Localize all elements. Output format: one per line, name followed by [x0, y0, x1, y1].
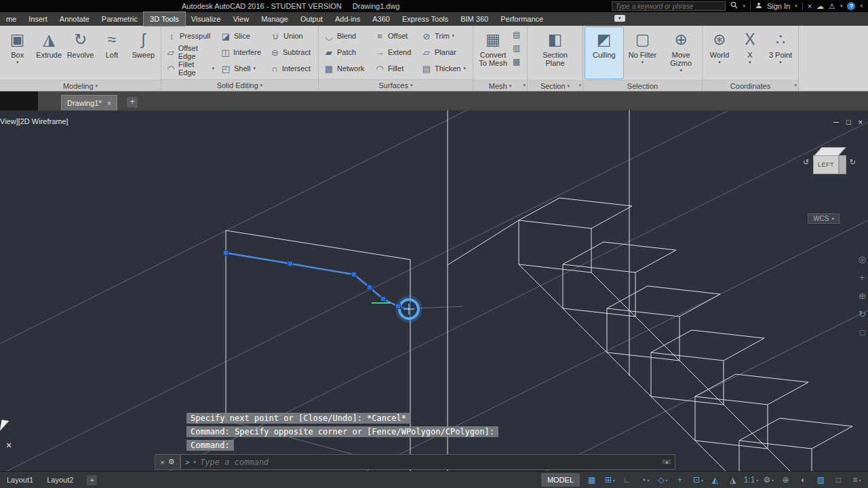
- model-space-button[interactable]: MODEL: [541, 473, 580, 487]
- drawing-canvas[interactable]: View][2D Wireframe] ─ □ × ↺ ↻ LEFT WCS ▾…: [0, 110, 868, 471]
- zoom-icon[interactable]: ⊕: [859, 291, 866, 301]
- snap-mode-icon[interactable]: ⊞ ▾: [601, 473, 618, 487]
- tab-bim-360[interactable]: BIM 360: [454, 12, 494, 26]
- keyword-search-input[interactable]: [612, 1, 726, 11]
- object-snap-icon[interactable]: ⊡ ▾: [690, 473, 707, 487]
- culling-button[interactable]: ◩ Culling: [585, 27, 623, 79]
- workspace-icon[interactable]: ⚙ ▾: [760, 473, 777, 487]
- command-customize-icon[interactable]: ⚙: [168, 458, 175, 466]
- panel-launcher-icon[interactable]: ▾: [578, 83, 581, 88]
- show-motion-icon[interactable]: □: [859, 327, 866, 338]
- annotation-visibility-icon[interactable]: ◭: [707, 473, 724, 487]
- tab-annotate[interactable]: Annotate: [54, 12, 96, 26]
- intersect-button[interactable]: ∩ Intersect: [267, 61, 316, 76]
- subtract-button[interactable]: ⊖ Subtract: [267, 45, 316, 60]
- ucs-3point-button[interactable]: ∴ 3 Point ▾: [766, 27, 795, 79]
- annotation-monitor-icon[interactable]: ⊕: [778, 473, 795, 487]
- orbit-icon[interactable]: ↻: [859, 309, 866, 319]
- viewcube-front-face[interactable]: LEFT: [813, 155, 839, 174]
- tab-visualize[interactable]: Visualize: [185, 12, 227, 26]
- ucs-x-button[interactable]: X X ▾: [735, 27, 765, 79]
- customization-icon[interactable]: ≡ ▾: [848, 473, 865, 487]
- isolate-objects-icon[interactable]: ◐: [795, 473, 812, 487]
- union-button[interactable]: ∪ Union: [267, 28, 316, 43]
- search-icon[interactable]: [730, 1, 738, 11]
- file-tab-close-icon[interactable]: ×: [107, 99, 111, 107]
- panel-label-mesh[interactable]: Mesh ▾ ▾: [473, 80, 527, 91]
- viewcube-rotate-right-icon[interactable]: ↻: [850, 158, 856, 167]
- offset-button[interactable]: ≡ Offset: [372, 28, 418, 43]
- help-dropdown-icon[interactable]: ▾: [860, 3, 863, 9]
- help-icon[interactable]: ?: [847, 2, 855, 10]
- command-close-icon[interactable]: ×: [160, 458, 164, 466]
- network-button[interactable]: ▦ Network: [321, 61, 371, 76]
- convert-to-mesh-button[interactable]: ▦ Convert To Mesh: [475, 27, 511, 79]
- file-tab-drawing1[interactable]: Drawing1* ×: [61, 95, 117, 110]
- shell-button[interactable]: ◰ Shell ▾: [218, 61, 267, 76]
- sign-in-button[interactable]: Sign In: [767, 2, 790, 10]
- section-plane-button[interactable]: ◧ Section Plane: [536, 27, 574, 79]
- move-gizmo-button[interactable]: ⊕ Move Gizmo ▾: [662, 27, 700, 79]
- autoscale-icon[interactable]: ◮: [725, 473, 742, 487]
- alert-dropdown-icon[interactable]: ▾: [840, 3, 843, 9]
- panel-launcher-icon[interactable]: ▾: [523, 83, 526, 88]
- layout-tab[interactable]: Layout2: [40, 472, 80, 488]
- viewcube-rotate-left-icon[interactable]: ↺: [803, 158, 809, 167]
- extrude-button[interactable]: ◮ Extrude: [33, 27, 64, 79]
- patch-button[interactable]: ▰ Patch: [321, 45, 371, 60]
- slice-button[interactable]: ◪ Slice: [218, 28, 267, 43]
- tab-insert[interactable]: Insert: [22, 12, 54, 26]
- thicken-button[interactable]: ▤ Thicken ▾: [418, 61, 469, 76]
- panel-launcher-icon[interactable]: ▾: [794, 83, 797, 88]
- planar-button[interactable]: ▱ Planar: [418, 45, 469, 60]
- new-drawing-button[interactable]: +: [127, 97, 138, 108]
- trim-button[interactable]: ⊘ Trim ▾: [418, 28, 469, 43]
- search-dropdown-icon[interactable]: ▾: [743, 3, 745, 9]
- x-icon[interactable]: ×: [808, 1, 812, 11]
- wcs-button[interactable]: WCS ▾: [808, 214, 840, 224]
- tab-express-tools[interactable]: Express Tools: [396, 12, 454, 26]
- tab-performance[interactable]: Performance: [494, 12, 549, 26]
- presspull-button[interactable]: ↕ Presspull: [163, 28, 217, 43]
- fillet-button[interactable]: ◠ Fillet: [372, 61, 418, 76]
- ortho-icon[interactable]: ∟: [619, 473, 636, 487]
- alert-icon[interactable]: ⚠: [829, 1, 835, 11]
- sweep-button[interactable]: ∫ Sweep: [128, 27, 159, 79]
- panel-label-solid-editing[interactable]: Solid Editing ▾: [161, 79, 318, 91]
- close-icon[interactable]: ×: [859, 118, 863, 126]
- osnap-tracking-icon[interactable]: +: [672, 473, 689, 487]
- panel-label-selection[interactable]: Selection: [583, 80, 702, 91]
- smooth-object-button[interactable]: ▤: [513, 30, 520, 39]
- pan-icon[interactable]: +: [859, 272, 866, 283]
- clean-screen-icon[interactable]: □: [831, 473, 848, 487]
- cloud-icon[interactable]: ☁: [816, 1, 824, 11]
- loft-button[interactable]: ≈ Loft: [96, 27, 127, 79]
- new-layout-button[interactable]: +: [87, 475, 97, 485]
- viewcube[interactable]: ↺ ↻ LEFT: [803, 146, 856, 190]
- box-button[interactable]: ▣ Box ▾: [2, 27, 33, 79]
- tab-output[interactable]: Output: [294, 12, 329, 26]
- offset-edge-button[interactable]: ▱ Offset Edge: [163, 45, 217, 60]
- fillet-edge-button[interactable]: ◠ Fillet Edge ▾: [163, 61, 217, 76]
- navigation-wheel-icon[interactable]: ◎: [859, 254, 866, 264]
- tab-3d-tools[interactable]: 3D Tools: [144, 12, 185, 26]
- panel-label-surfaces[interactable]: Surfaces ▾: [319, 79, 473, 91]
- smooth-more-button[interactable]: ▥: [513, 43, 520, 53]
- command-input[interactable]: [200, 458, 658, 467]
- tab-manage[interactable]: Manage: [255, 12, 294, 26]
- graphics-performance-icon[interactable]: ▧: [813, 473, 830, 487]
- command-scrollbar[interactable]: ▲: [663, 460, 671, 464]
- grid-icon[interactable]: ▦: [584, 473, 601, 487]
- world-ucs-button[interactable]: ⊛ World ▾: [705, 27, 734, 79]
- revolve-button[interactable]: ↻ Revolve: [65, 27, 96, 79]
- sign-in-dropdown-icon[interactable]: ▾: [795, 3, 797, 9]
- interfere-button[interactable]: ◫ Interfere: [218, 45, 267, 60]
- no-filter-button[interactable]: ▢ No Filter ▾: [624, 27, 662, 79]
- tab-parametric[interactable]: Parametric: [96, 12, 144, 26]
- tab-view[interactable]: View: [226, 12, 255, 26]
- extend-button[interactable]: → Extend: [372, 45, 418, 60]
- panel-label-section[interactable]: Section ▾ ▾: [528, 80, 583, 91]
- annotation-scale-button[interactable]: 1:1 ▾: [743, 473, 760, 487]
- isometric-drafting-icon[interactable]: ◇ ▾: [654, 473, 671, 487]
- layout-tab[interactable]: Layout1: [0, 472, 40, 488]
